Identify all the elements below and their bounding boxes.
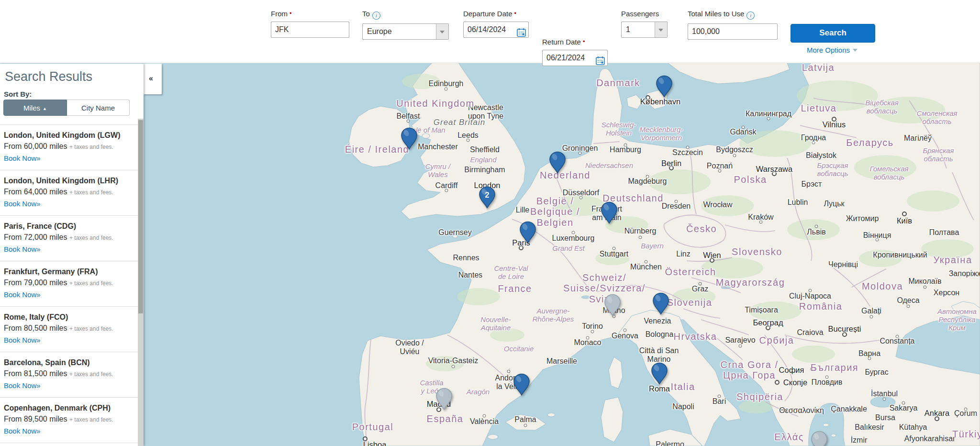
- place-dot-icon: [832, 117, 836, 122]
- panel-collapse-button[interactable]: «: [144, 64, 162, 94]
- sort-city-name-button[interactable]: City Name: [67, 100, 130, 116]
- place-dot-icon: [579, 196, 583, 200]
- to-field-group: Toi Europe: [362, 10, 449, 40]
- place-dot-icon: [868, 357, 871, 360]
- result-item: London, United Kingdom (LGW) From 60,000…: [0, 124, 138, 170]
- place-dot-icon: [902, 401, 905, 405]
- pin-paris[interactable]: [519, 221, 537, 246]
- result-miles: From 80,500 miles + taxes and fees.: [4, 324, 136, 333]
- info-icon[interactable]: i: [746, 11, 755, 20]
- result-miles: From 89,500 miles + taxes and fees.: [4, 415, 136, 424]
- result-city: Paris, France (CDG): [4, 222, 136, 231]
- chevron-down-icon[interactable]: [436, 24, 448, 39]
- place-dot-icon: [646, 95, 650, 100]
- info-icon[interactable]: i: [372, 11, 380, 20]
- pin-venice[interactable]: [652, 292, 670, 318]
- place-dot-icon: [766, 325, 770, 330]
- total-miles-input[interactable]: [688, 23, 778, 40]
- departure-date-group: Departure Date•: [463, 10, 529, 38]
- pin-athens[interactable]: [810, 430, 828, 446]
- sort-asc-icon: ▲: [43, 106, 47, 111]
- book-now-link[interactable]: Book Now»: [4, 290, 41, 299]
- passengers-select[interactable]: 1: [621, 22, 668, 38]
- result-item: Frankfurt, Germany (FRA) From 79,000 mil…: [0, 261, 138, 306]
- flight-search-bar: From• Toi Europe Departure Date• Return …: [0, 0, 980, 63]
- calendar-icon[interactable]: [517, 28, 526, 37]
- result-miles: From 81,500 miles + taxes and fees.: [4, 369, 136, 378]
- place-dot-icon: [445, 88, 448, 91]
- award-map-page: EdinburghNewcastleupon TyneBelfastLeedsM…: [0, 0, 980, 446]
- result-city: Copenhagen, Denmark (CPH): [4, 404, 136, 413]
- place-dot-icon: [825, 376, 829, 379]
- place-dot-icon: [815, 225, 818, 228]
- map-canvas[interactable]: EdinburghNewcastleupon TyneBelfastLeedsM…: [0, 63, 980, 446]
- result-item: Rome, Italy (FCO) From 80,500 miles + ta…: [0, 306, 138, 352]
- place-dot-icon: [363, 436, 368, 441]
- pin-london-cluster[interactable]: 2: [478, 186, 496, 212]
- place-dot-icon: [924, 286, 927, 289]
- results-scrollbar-thumb[interactable]: [138, 120, 143, 313]
- pin-rome[interactable]: [650, 362, 668, 388]
- result-fees: + taxes and fees.: [69, 325, 113, 332]
- from-input[interactable]: [271, 22, 349, 38]
- place-dot-icon: [767, 117, 770, 121]
- result-fees: + taxes and fees.: [69, 280, 113, 287]
- more-options-link[interactable]: More Options: [807, 46, 858, 54]
- book-now-link[interactable]: Book Now»: [4, 427, 41, 435]
- place-dot-icon: [742, 126, 745, 129]
- from-label: From•: [271, 10, 349, 18]
- place-dot-icon: [669, 166, 674, 170]
- pin-copenhagen[interactable]: [655, 75, 673, 100]
- place-dot-icon: [675, 200, 678, 203]
- passengers-group: Passengers 1: [621, 10, 668, 38]
- place-dot-icon: [896, 335, 899, 338]
- place-dot-icon: [639, 236, 642, 239]
- book-now-link[interactable]: Book Now»: [4, 154, 41, 162]
- result-miles: From 79,000 miles + taxes and fees.: [4, 279, 136, 287]
- place-dot-icon: [739, 345, 742, 348]
- result-fees: + taxes and fees.: [69, 144, 113, 150]
- place-dot-icon: [759, 221, 763, 224]
- calendar-icon[interactable]: [596, 56, 605, 65]
- place-dot-icon: [591, 330, 594, 334]
- book-now-link[interactable]: Book Now»: [4, 200, 41, 208]
- result-fees: + taxes and fees.: [69, 234, 113, 241]
- sort-by-label: Sort By:: [4, 90, 32, 98]
- result-miles: From 72,000 miles + taxes and fees.: [4, 233, 136, 242]
- place-dot-icon: [907, 305, 910, 308]
- place-dot-icon: [524, 424, 527, 427]
- list-divider: [0, 443, 138, 446]
- results-list: London, United Kingdom (LGW) From 60,000…: [0, 124, 138, 446]
- results-scrollbar-track[interactable]: [138, 119, 144, 446]
- pin-barcelona[interactable]: [512, 373, 531, 399]
- pin-milan[interactable]: [603, 293, 622, 319]
- place-dot-icon: [935, 416, 939, 421]
- return-date-label: Return Date•: [542, 38, 608, 46]
- pin-dublin[interactable]: [400, 127, 418, 153]
- to-label: Toi: [362, 10, 449, 20]
- result-fees: + taxes and fees.: [69, 371, 113, 378]
- pin-frankfurt[interactable]: [600, 201, 618, 227]
- to-select[interactable]: Europe: [362, 23, 449, 40]
- chevron-down-icon[interactable]: [655, 22, 667, 37]
- book-now-link[interactable]: Book Now»: [4, 245, 41, 253]
- place-dot-icon: [699, 282, 702, 286]
- place-dot-icon: [586, 336, 590, 340]
- search-button[interactable]: Search: [791, 24, 875, 43]
- place-dot-icon: [718, 395, 721, 398]
- search-results-panel: Search Results Sort By: Miles▲ City Name…: [0, 64, 144, 446]
- result-item: Barcelona, Spain (BCN) From 81,500 miles…: [0, 352, 138, 397]
- sort-miles-button[interactable]: Miles▲: [3, 100, 67, 116]
- book-now-link[interactable]: Book Now»: [4, 336, 41, 344]
- place-dot-icon: [902, 212, 907, 216]
- result-item: Paris, France (CDG) From 72,000 miles + …: [0, 215, 138, 261]
- result-city: Rome, Italy (FCO): [4, 313, 136, 322]
- book-now-link[interactable]: Book Now»: [4, 381, 41, 390]
- place-dot-icon: [646, 175, 649, 178]
- required-marker: •: [583, 38, 585, 45]
- pin-madrid[interactable]: [435, 387, 453, 413]
- total-miles-label: Total Miles to Usei: [688, 10, 778, 20]
- result-city: London, United Kingdom (LHR): [4, 177, 136, 185]
- result-city: Frankfurt, Germany (FRA): [4, 268, 136, 276]
- pin-amsterdam[interactable]: [548, 151, 567, 177]
